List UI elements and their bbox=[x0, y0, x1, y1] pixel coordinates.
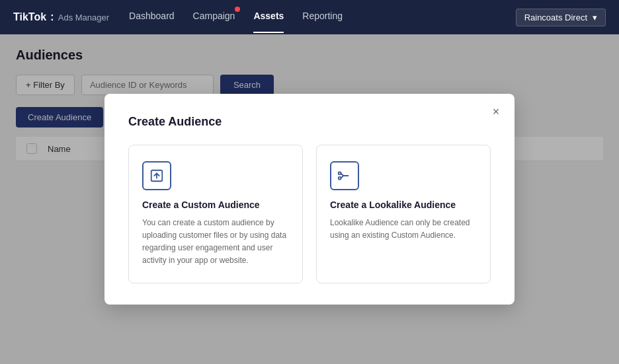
modal-close-button[interactable]: × bbox=[488, 104, 504, 120]
account-chevron-icon: ▾ bbox=[593, 13, 597, 22]
account-selector[interactable]: Raincoats Direct ▾ bbox=[516, 9, 606, 26]
tiktok-wordmark: TikTok bbox=[13, 11, 46, 23]
ads-manager-label: Ads Manager bbox=[58, 13, 109, 22]
modal-cards-container: Create a Custom Audience You can create … bbox=[128, 145, 491, 284]
custom-audience-card[interactable]: Create a Custom Audience You can create … bbox=[128, 145, 303, 284]
custom-audience-card-desc: You can create a custom audience by uplo… bbox=[142, 217, 289, 268]
nav-link-reporting[interactable]: Reporting bbox=[302, 11, 343, 24]
lookalike-audience-card[interactable]: Create a Lookalike Audience Lookalike Au… bbox=[316, 145, 491, 284]
account-name: Raincoats Direct bbox=[524, 13, 587, 22]
nav-link-campaign[interactable]: Campaign bbox=[193, 11, 235, 24]
nav-links: Dashboard Campaign Assets Reporting bbox=[129, 11, 496, 24]
svg-rect-3 bbox=[339, 172, 341, 174]
lookalike-audience-card-desc: Lookalike Audience can only be created u… bbox=[330, 217, 477, 242]
campaign-badge bbox=[235, 7, 240, 12]
brand-colon: : bbox=[50, 11, 54, 24]
create-audience-modal: Create Audience × Create a Custom Audien… bbox=[104, 94, 515, 305]
brand-logo: TikTok: Ads Manager bbox=[13, 11, 109, 24]
svg-rect-4 bbox=[339, 176, 341, 179]
lookalike-icon bbox=[330, 161, 359, 190]
modal-title: Create Audience bbox=[128, 115, 491, 129]
nav-link-assets[interactable]: Assets bbox=[253, 11, 284, 24]
upload-icon bbox=[142, 161, 171, 190]
modal-overlay: Create Audience × Create a Custom Audien… bbox=[0, 34, 619, 364]
top-navigation: TikTok: Ads Manager Dashboard Campaign A… bbox=[0, 0, 619, 34]
main-content: Audiences + Filter By Search Create Audi… bbox=[0, 34, 619, 364]
nav-link-dashboard[interactable]: Dashboard bbox=[129, 11, 175, 24]
lookalike-audience-card-title: Create a Lookalike Audience bbox=[330, 200, 477, 210]
custom-audience-card-title: Create a Custom Audience bbox=[142, 200, 289, 210]
